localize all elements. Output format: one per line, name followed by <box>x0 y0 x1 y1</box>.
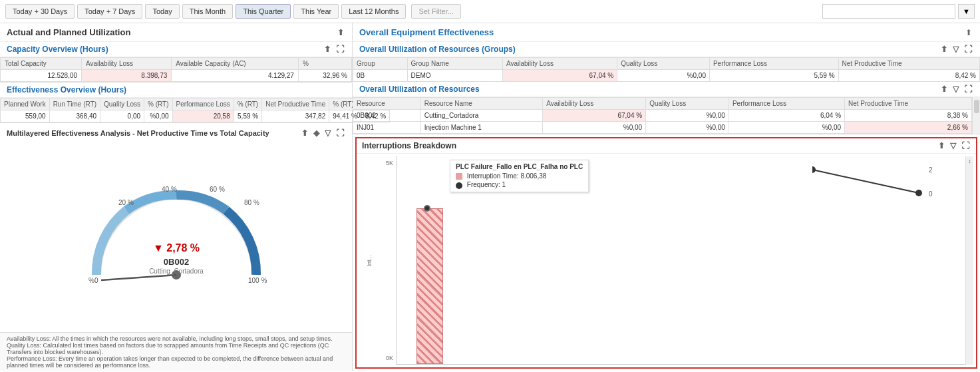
int-line-label-0: 0 <box>929 190 933 198</box>
oee-upload-icon[interactable]: ⬆ <box>964 28 973 37</box>
grp-val-0-3: %0,00 <box>617 70 710 82</box>
left-header-icons: ⬆ <box>336 28 345 37</box>
res-filter-icon[interactable]: ▽ <box>951 85 960 94</box>
btn-today-30[interactable]: Today + 30 Days <box>5 4 75 19</box>
int-upload-icon[interactable]: ⬆ <box>937 141 946 150</box>
int-y-0k: 0K <box>386 355 393 361</box>
toolbar: Today + 30 Days Today + 7 Days Today Thi… <box>0 0 980 23</box>
gauge-machine-name: Cutting_Cortadora <box>149 268 204 275</box>
gauge-mark-20: 20 % <box>118 199 134 206</box>
gauge-filter-icon[interactable]: ▽ <box>323 128 332 138</box>
svg-line-0 <box>812 170 919 193</box>
res-upload-icon[interactable]: ⬆ <box>939 85 949 94</box>
groups-upload-icon[interactable]: ⬆ <box>939 45 949 54</box>
gauge-mark-100: 100 % <box>248 277 267 284</box>
capacity-expand-icon[interactable]: ⛶ <box>335 45 345 54</box>
capacity-section: Capacity Overview (Hours) ⬆ ⛶ Total Capa… <box>0 42 352 83</box>
interruptions-title: Interruptions Breakdown <box>362 141 456 150</box>
effectiveness-row: 559,00 368,40 0,00 %0,00 20,58 5,59 % 34… <box>1 110 390 122</box>
int-line-chart: 2 0 <box>812 163 945 203</box>
interruptions-section: Interruptions Breakdown ⬆ ▽ ⛶ Int... 5K … <box>355 137 977 369</box>
gauge-mark-0: %0 <box>88 277 98 284</box>
res-expand-icon[interactable]: ⛶ <box>963 85 973 94</box>
int-y-vals: 5K 0K <box>379 156 396 365</box>
effectiveness-section: Effectiveness Overview (Hours) Planned W… <box>0 83 352 123</box>
res-val-0-0: 0B002 <box>353 110 421 122</box>
cap-val-2: 4.129,27 <box>172 70 299 82</box>
cap-col-1: Availability Loss <box>82 58 172 70</box>
int-cursor <box>427 156 428 364</box>
interruptions-header: Interruptions Breakdown ⬆ ▽ ⛶ <box>357 138 976 154</box>
effectiveness-header: Effectiveness Overview (Hours) <box>0 83 352 98</box>
btn-last-12[interactable]: Last 12 Months <box>341 4 406 19</box>
eff-col-0: Planned Work <box>1 98 50 110</box>
upload-icon[interactable]: ⬆ <box>336 28 345 37</box>
left-panel-header: Actual and Planned Utilization ⬆ <box>0 23 352 42</box>
res-col-0: Resource <box>353 98 421 110</box>
gauge-title-text: Multilayered Effectiveness Analysis - Ne… <box>7 129 269 137</box>
footnote-2: Quality Loss: Calculated lost times base… <box>7 342 345 355</box>
int-scrollbar[interactable]: ↕ <box>965 156 973 365</box>
eff-col-1: Run Time (RT) <box>49 98 100 110</box>
grp-val-0-2: 67,04 % <box>502 70 617 82</box>
res-val-1-5: 2,66 % <box>845 122 972 134</box>
res-val-0-3: %0,00 <box>646 110 729 122</box>
eff-col-3: % (RT) <box>144 98 172 110</box>
int-y-5k: 5K <box>386 160 393 166</box>
btn-today[interactable]: Today <box>145 4 179 19</box>
effectiveness-title: Effectiveness Overview (Hours) <box>7 85 126 94</box>
search-input[interactable] <box>822 4 955 19</box>
btn-this-year[interactable]: This Year <box>293 4 339 19</box>
resources-table: Resource Resource Name Availability Loss… <box>353 97 972 134</box>
tooltip-int-time-label: Interruption Time: <box>467 172 519 180</box>
interruptions-content: Int... 5K 0K PLC Failure_Fallo en PLC_Fa… <box>357 154 976 367</box>
int-chart-area: PLC Failure_Fallo en PLC_Falha no PLC In… <box>396 156 965 365</box>
tooltip-freq-value: 1 <box>502 181 506 188</box>
groups-header: Overall Utilization of Resources (Groups… <box>353 42 980 57</box>
eff-col-5: % (RT) <box>234 98 261 110</box>
gauge-mark-40: 40 % <box>162 186 177 193</box>
gauge-chart: %0 20 % 40 % 60 % 80 % 100 % ▼ 2,78 % 0B… <box>77 182 276 288</box>
res-col-4: Performance Loss <box>729 98 844 110</box>
tooltip-int-time: Interruption Time: 8.006,38 <box>456 172 583 180</box>
res-col-2: Availability Loss <box>543 98 646 110</box>
res-col-1: Resource Name <box>420 98 543 110</box>
gauge-expand-icon[interactable]: ⛶ <box>335 128 345 138</box>
resources-table-wrap: Resource Resource Name Availability Loss… <box>353 97 972 134</box>
btn-today-7[interactable]: Today + 7 Days <box>77 4 142 19</box>
capacity-table: Total Capacity Availability Loss Availab… <box>0 57 352 82</box>
resources-scrollbar[interactable] <box>972 97 980 134</box>
int-expand-icon[interactable]: ⛶ <box>960 141 971 150</box>
toolbar-dropdown-btn[interactable]: ▼ <box>958 4 975 19</box>
btn-set-filter[interactable]: Set Filter... <box>411 4 461 19</box>
res-col-3: Quality Loss <box>646 98 729 110</box>
groups-expand-icon[interactable]: ⛶ <box>963 45 973 54</box>
groups-filter-icon[interactable]: ▽ <box>951 45 960 54</box>
right-panel: Overall Equipment Effectiveness ⬆ Overal… <box>353 23 980 371</box>
gauge-machine-id: 0B002 <box>163 257 188 267</box>
capacity-header: Capacity Overview (Hours) ⬆ ⛶ <box>0 42 352 57</box>
res-row-1: INJ01 Injection Machine 1 %0,00 %0,00 %0… <box>353 122 972 134</box>
int-bar <box>416 208 443 364</box>
gauge-container: %0 20 % 40 % 60 % 80 % 100 % ▼ 2,78 % 0B… <box>0 140 352 329</box>
res-val-1-2: %0,00 <box>543 122 646 134</box>
eff-val-5: 5,59 % <box>234 110 261 122</box>
res-col-5: Net Productive Time <box>845 98 972 110</box>
gauge-upload-icon[interactable]: ⬆ <box>300 128 309 138</box>
res-val-1-3: %0,00 <box>646 122 729 134</box>
grp-col-4: Performance Loss <box>709 58 838 70</box>
tooltip-int-time-value: 8.006,38 <box>520 172 546 180</box>
cap-col-3: % <box>298 58 351 70</box>
btn-this-month[interactable]: This Month <box>182 4 233 19</box>
grp-val-0-5: 8,42 % <box>838 70 979 82</box>
effectiveness-table: Planned Work Run Time (RT) Quality Loss … <box>0 98 390 122</box>
scrollbar-thumb[interactable] <box>974 100 979 113</box>
btn-this-quarter[interactable]: This Quarter <box>236 4 291 19</box>
capacity-upload-icon[interactable]: ⬆ <box>323 45 332 54</box>
resources-header: Overall Utilization of Resources ⬆ ▽ ⛶ <box>353 82 980 97</box>
eff-val-6: 347,82 <box>262 110 329 122</box>
int-filter-icon[interactable]: ▽ <box>949 141 957 150</box>
gauge-settings-icon[interactable]: ◆ <box>312 128 321 138</box>
grp-val-0-4: 5,59 % <box>709 70 838 82</box>
footnote-3: Performance Loss: Every time an operatio… <box>7 355 345 369</box>
